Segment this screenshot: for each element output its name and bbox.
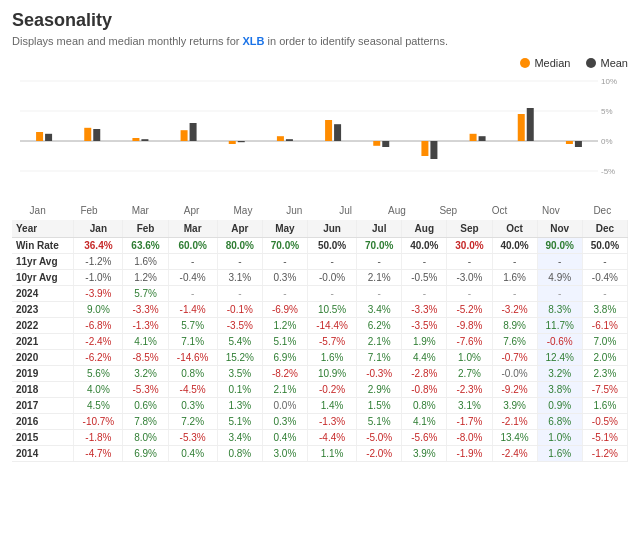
cell-value: -0.8% xyxy=(402,382,447,398)
cell-value: - xyxy=(357,286,402,302)
cell-value: 70.0% xyxy=(262,238,307,254)
svg-rect-23 xyxy=(382,141,389,147)
cell-value: - xyxy=(582,286,627,302)
row-year: 2016 xyxy=(12,414,74,430)
svg-rect-9 xyxy=(45,134,52,141)
table-row: 2021-2.4%4.1%7.1%5.4%5.1%-5.7%2.1%1.9%-7… xyxy=(12,334,628,350)
table-row: 20184.0%-5.3%-4.5%0.1%2.1%-0.2%2.9%-0.8%… xyxy=(12,382,628,398)
table-row: 20174.5%0.6%0.3%1.3%0.0%1.4%1.5%0.8%3.1%… xyxy=(12,398,628,414)
col-header-mar: Mar xyxy=(168,220,217,238)
cell-value: -1.0% xyxy=(74,270,123,286)
cell-value: -3.3% xyxy=(402,302,447,318)
cell-value: -1.2% xyxy=(582,446,627,462)
cell-value: 0.0% xyxy=(262,398,307,414)
cell-value: 5.6% xyxy=(74,366,123,382)
cell-value: 7.0% xyxy=(582,334,627,350)
cell-value: 3.9% xyxy=(492,398,537,414)
x-label-feb: Feb xyxy=(63,205,114,216)
row-year: Win Rate xyxy=(12,238,74,254)
cell-value: - xyxy=(262,254,307,270)
cell-value: -3.9% xyxy=(74,286,123,302)
cell-value: 10.5% xyxy=(308,302,357,318)
svg-rect-20 xyxy=(325,120,332,141)
cell-value: -10.7% xyxy=(74,414,123,430)
row-year: 2018 xyxy=(12,382,74,398)
cell-value: -2.1% xyxy=(492,414,537,430)
cell-value: 4.9% xyxy=(537,270,582,286)
x-label-dec: Dec xyxy=(577,205,628,216)
svg-rect-10 xyxy=(84,128,91,141)
cell-value: -0.6% xyxy=(537,334,582,350)
cell-value: 2.1% xyxy=(357,334,402,350)
cell-value: - xyxy=(262,286,307,302)
cell-value: 80.0% xyxy=(217,238,262,254)
mean-label: Mean xyxy=(600,57,628,69)
cell-value: 3.4% xyxy=(217,430,262,446)
svg-rect-17 xyxy=(238,141,245,142)
cell-value: -6.2% xyxy=(74,350,123,366)
cell-value: 9.0% xyxy=(74,302,123,318)
cell-value: -1.7% xyxy=(447,414,492,430)
svg-rect-18 xyxy=(277,136,284,141)
cell-value: 50.0% xyxy=(308,238,357,254)
x-label-aug: Aug xyxy=(371,205,422,216)
row-year: 10yr Avg xyxy=(12,270,74,286)
svg-text:10%: 10% xyxy=(601,77,617,86)
cell-value: 63.6% xyxy=(123,238,168,254)
cell-value: 3.1% xyxy=(217,270,262,286)
x-axis-labels: JanFebMarAprMayJunJulAugSepOctNovDec xyxy=(12,205,628,216)
median-dot-icon xyxy=(520,58,530,68)
svg-text:-5%: -5% xyxy=(601,167,615,176)
cell-value: 0.1% xyxy=(217,382,262,398)
col-header-nov: Nov xyxy=(537,220,582,238)
cell-value: -6.8% xyxy=(74,318,123,334)
chart-legend: Median Mean xyxy=(12,57,628,69)
cell-value: 0.3% xyxy=(262,270,307,286)
table-row: 2024-3.9%5.7%---------- xyxy=(12,286,628,302)
cell-value: -0.4% xyxy=(168,270,217,286)
cell-value: 15.2% xyxy=(217,350,262,366)
cell-value: - xyxy=(168,286,217,302)
cell-value: 3.8% xyxy=(582,302,627,318)
cell-value: 3.9% xyxy=(402,446,447,462)
cell-value: 0.8% xyxy=(168,366,217,382)
cell-value: 2.7% xyxy=(447,366,492,382)
subtitle: Displays mean and median monthly returns… xyxy=(12,35,628,47)
col-header-jul: Jul xyxy=(357,220,402,238)
median-label: Median xyxy=(534,57,570,69)
cell-value: 5.1% xyxy=(357,414,402,430)
cell-value: 2.9% xyxy=(357,382,402,398)
cell-value: 0.8% xyxy=(217,446,262,462)
cell-value: 90.0% xyxy=(537,238,582,254)
cell-value: 12.4% xyxy=(537,350,582,366)
cell-value: 3.4% xyxy=(357,302,402,318)
cell-value: -0.1% xyxy=(217,302,262,318)
cell-value: 7.1% xyxy=(357,350,402,366)
svg-rect-28 xyxy=(518,114,525,141)
x-label-apr: Apr xyxy=(166,205,217,216)
cell-value: - xyxy=(582,254,627,270)
ticker: XLB xyxy=(243,35,265,47)
cell-value: 30.0% xyxy=(447,238,492,254)
x-label-may: May xyxy=(217,205,268,216)
cell-value: 3.2% xyxy=(537,366,582,382)
svg-rect-12 xyxy=(132,138,139,141)
cell-value: -3.2% xyxy=(492,302,537,318)
cell-value: 11.7% xyxy=(537,318,582,334)
svg-rect-11 xyxy=(93,129,100,141)
col-header-year: Year xyxy=(12,220,74,238)
cell-value: - xyxy=(537,286,582,302)
svg-text:0%: 0% xyxy=(601,137,613,146)
x-label-jul: Jul xyxy=(320,205,371,216)
cell-value: 1.9% xyxy=(402,334,447,350)
cell-value: 3.0% xyxy=(262,446,307,462)
svg-rect-21 xyxy=(334,124,341,141)
cell-value: 0.3% xyxy=(168,398,217,414)
x-label-jan: Jan xyxy=(12,205,63,216)
cell-value: 1.6% xyxy=(492,270,537,286)
cell-value: 40.0% xyxy=(492,238,537,254)
cell-value: -5.3% xyxy=(123,382,168,398)
cell-value: -0.5% xyxy=(402,270,447,286)
col-header-aug: Aug xyxy=(402,220,447,238)
cell-value: 8.3% xyxy=(537,302,582,318)
